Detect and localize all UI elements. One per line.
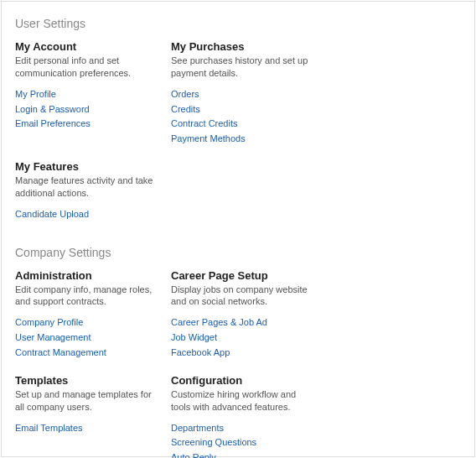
heading-my-account: My Account [15, 40, 156, 53]
heading-templates: Templates [15, 374, 156, 387]
desc-my-purchases: See purchases history and set up payment… [171, 55, 312, 80]
link-login-password[interactable]: Login & Password [15, 103, 90, 116]
link-departments[interactable]: Departments [171, 422, 224, 435]
desc-my-account: Edit personal info and set communication… [15, 55, 156, 80]
block-templates: Templates Set up and manage templates fo… [15, 374, 156, 458]
link-contract-management[interactable]: Contract Management [15, 346, 106, 359]
desc-templates: Set up and manage templates for all comp… [15, 388, 156, 414]
link-credits[interactable]: Credits [171, 103, 200, 116]
links-my-account: My Profile Login & Password Email Prefer… [15, 88, 156, 131]
desc-configuration: Customize hiring workflow and tools with… [171, 388, 312, 414]
links-administration: Company Profile User Management Contract… [15, 316, 156, 359]
user-settings-grid: My Account Edit personal info and set co… [15, 40, 461, 221]
link-user-management[interactable]: User Management [15, 331, 91, 344]
block-my-features: My Features Manage features activity and… [15, 160, 156, 221]
link-email-preferences[interactable]: Email Preferences [15, 117, 91, 130]
link-auto-reply[interactable]: Auto Reply [171, 451, 216, 458]
link-screening-questions[interactable]: Screening Questions [171, 436, 256, 449]
block-administration: Administration Edit company info, manage… [15, 269, 156, 359]
company-settings-grid: Administration Edit company info, manage… [15, 269, 461, 458]
link-my-profile[interactable]: My Profile [15, 88, 56, 101]
block-my-purchases: My Purchases See purchases history and s… [171, 40, 312, 145]
link-orders[interactable]: Orders [171, 88, 199, 101]
heading-career-page-setup: Career Page Setup [171, 269, 312, 282]
links-templates: Email Templates [15, 422, 156, 435]
heading-my-purchases: My Purchases [171, 40, 312, 53]
user-settings-title: User Settings [15, 17, 461, 30]
block-configuration: Configuration Customize hiring workflow … [171, 374, 312, 458]
desc-administration: Edit company info, manage roles, and sup… [15, 284, 156, 309]
link-email-templates[interactable]: Email Templates [15, 422, 83, 435]
links-my-purchases: Orders Credits Contract Credits Payment … [171, 88, 312, 145]
heading-administration: Administration [15, 269, 156, 282]
link-career-pages-job-ad[interactable]: Career Pages & Job Ad [171, 316, 267, 329]
block-my-account: My Account Edit personal info and set co… [15, 40, 156, 145]
heading-configuration: Configuration [171, 374, 312, 387]
desc-career-page-setup: Display jobs on company website and on s… [171, 284, 312, 309]
links-my-features: Candidate Upload [15, 208, 156, 221]
link-candidate-upload[interactable]: Candidate Upload [15, 208, 89, 221]
block-career-page-setup: Career Page Setup Display jobs on compan… [171, 269, 312, 359]
heading-my-features: My Features [15, 160, 156, 173]
link-contract-credits[interactable]: Contract Credits [171, 117, 237, 130]
settings-panel: User Settings My Account Edit personal i… [1, 1, 475, 457]
links-career-page-setup: Career Pages & Job Ad Job Widget Faceboo… [171, 316, 312, 359]
link-company-profile[interactable]: Company Profile [15, 316, 83, 329]
links-configuration: Departments Screening Questions Auto Rep… [171, 422, 312, 459]
link-payment-methods[interactable]: Payment Methods [171, 133, 246, 145]
desc-my-features: Manage features activity and take additi… [15, 174, 156, 200]
link-facebook-app[interactable]: Facebook App [171, 346, 230, 359]
link-job-widget[interactable]: Job Widget [171, 331, 217, 344]
company-settings-title: Company Settings [15, 246, 461, 259]
